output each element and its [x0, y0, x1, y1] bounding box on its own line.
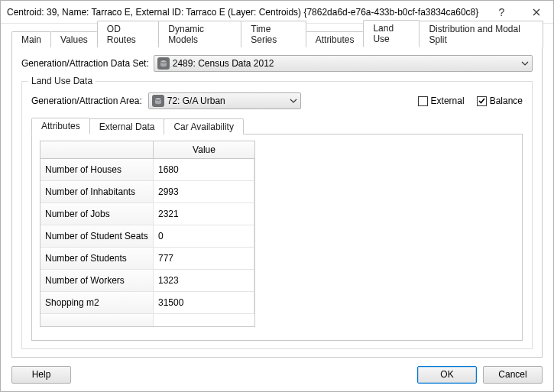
external-checkbox-label: External	[431, 96, 465, 106]
checkbox-checked-icon	[477, 96, 487, 106]
th-attribute	[40, 141, 154, 159]
table-row: Number of Jobs2321	[40, 203, 254, 225]
inner-tab-car-availability[interactable]: Car Availability	[164, 118, 243, 134]
th-value: Value	[154, 141, 254, 159]
attributes-table: Value Number of Houses1680Number of Inha…	[40, 141, 255, 327]
table-row: Number of Workers1323	[40, 270, 254, 292]
table-row: Number of Student Seats0	[40, 225, 254, 248]
cell-attribute-name: Number of Workers	[40, 270, 154, 292]
tab-distribution-modal-split[interactable]: Distribution and Modal Split	[419, 21, 543, 47]
window-title: Centroid: 39, Name: Tarraco E, External …	[7, 7, 484, 18]
table-header: Value	[40, 141, 254, 159]
cell-attribute-value[interactable]: 777	[154, 248, 254, 270]
chevron-down-icon	[290, 96, 297, 109]
ok-button[interactable]: OK	[417, 366, 477, 384]
generation-area-row: Generation/Attraction Area: 72: G/A Urba…	[31, 92, 523, 109]
database-icon	[157, 57, 170, 70]
tab-attributes[interactable]: Attributes	[306, 31, 364, 47]
help-button[interactable]: Help	[11, 366, 71, 384]
table-row: Number of Inhabitants2993	[40, 181, 254, 203]
area-label: Generation/Attraction Area:	[31, 96, 142, 106]
cell-attribute-name: Shopping m2	[40, 292, 154, 314]
tab-values[interactable]: Values	[50, 31, 98, 47]
tab-od-routes[interactable]: OD Routes	[97, 21, 160, 47]
dataset-row: Generation/Attraction Data Set: 2489: Ce…	[21, 55, 533, 72]
inner-tab-attributes[interactable]: Attributes	[31, 118, 90, 134]
balance-checkbox[interactable]: Balance	[477, 96, 523, 106]
close-icon[interactable]	[519, 1, 553, 23]
dataset-combo[interactable]: 2489: Census Data 2012	[154, 55, 533, 72]
cell-attribute-name: Number of Students	[40, 248, 154, 270]
table-row: Number of Houses1680	[40, 159, 254, 181]
inner-tab-external-data[interactable]: External Data	[89, 118, 165, 134]
table-body: Number of Houses1680Number of Inhabitant…	[40, 159, 254, 314]
cell-attribute-name: Number of Inhabitants	[40, 181, 154, 203]
table-row: Number of Students777	[40, 248, 254, 270]
cell-attribute-value[interactable]: 1323	[154, 270, 254, 292]
group-title: Land Use Data	[28, 76, 96, 86]
checkbox-icon	[418, 96, 428, 106]
dataset-label: Generation/Attraction Data Set:	[21, 58, 149, 69]
cell-attribute-value[interactable]: 2321	[154, 203, 254, 225]
dialog-window: Centroid: 39, Name: Tarraco E, External …	[0, 0, 554, 392]
balance-checkbox-label: Balance	[490, 96, 523, 106]
tab-land-use[interactable]: Land Use	[363, 20, 420, 47]
cell-attribute-value[interactable]: 31500	[154, 292, 254, 314]
table-footer	[40, 314, 254, 326]
cell-attribute-name: Number of Student Seats	[40, 225, 154, 248]
external-checkbox[interactable]: External	[418, 96, 465, 106]
cell-attribute-name: Number of Houses	[40, 159, 154, 181]
inner-tabs: Attributes External Data Car Availabilit…	[31, 117, 523, 134]
tab-panel-land-use: Generation/Attraction Data Set: 2489: Ce…	[11, 47, 543, 358]
database-icon	[152, 95, 164, 107]
cell-attribute-value[interactable]: 2993	[154, 181, 254, 203]
tab-dynamic-models[interactable]: Dynamic Models	[158, 21, 241, 47]
cancel-button[interactable]: Cancel	[483, 366, 543, 384]
chevron-down-icon	[521, 58, 529, 71]
cell-attribute-name: Number of Jobs	[40, 203, 154, 225]
area-combo[interactable]: 72: G/A Urban	[148, 92, 301, 109]
help-icon[interactable]: ?	[484, 1, 519, 23]
table-row: Shopping m231500	[40, 292, 254, 314]
cell-attribute-value[interactable]: 0	[154, 225, 254, 248]
dataset-value: 2489: Census Data 2012	[173, 58, 274, 69]
tab-main[interactable]: Main	[11, 31, 51, 47]
titlebar-buttons: ?	[484, 1, 553, 23]
inner-panel-attributes: Value Number of Houses1680Number of Inha…	[31, 134, 523, 341]
cell-attribute-value[interactable]: 1680	[154, 159, 254, 181]
inner-tabs-wrap: Attributes External Data Car Availabilit…	[31, 117, 523, 341]
main-tabs: Main Values OD Routes Dynamic Models Tim…	[11, 30, 543, 47]
land-use-data-group: Land Use Data Generation/Attraction Area…	[21, 81, 533, 349]
content-area: Main Values OD Routes Dynamic Models Tim…	[1, 24, 553, 358]
tab-time-series[interactable]: Time Series	[241, 21, 306, 47]
button-bar: Help OK Cancel	[1, 358, 553, 391]
area-value: 72: G/A Urban	[167, 96, 225, 106]
